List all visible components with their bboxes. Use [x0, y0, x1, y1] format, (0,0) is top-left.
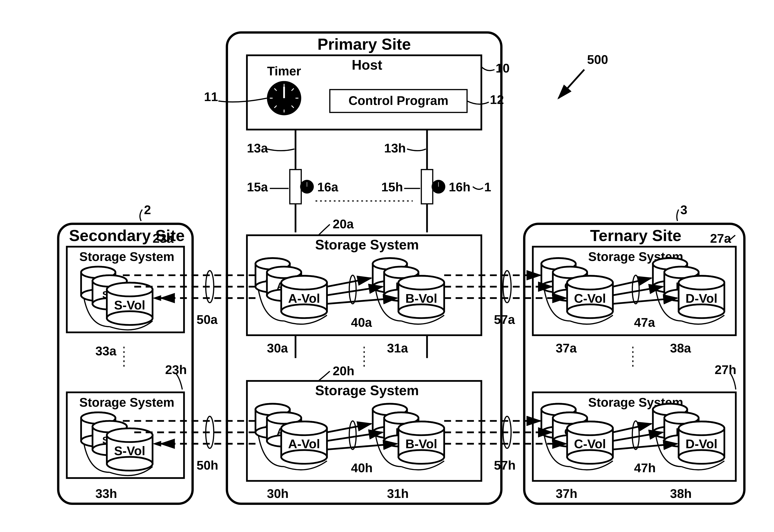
svg-text:D-Vol: D-Vol — [686, 437, 718, 451]
svg-text:10: 10 — [496, 61, 510, 75]
svg-point-115 — [398, 304, 444, 318]
svg-text:S-Vol: S-Vol — [114, 298, 145, 312]
svg-text:57h: 57h — [494, 458, 515, 472]
svg-point-210 — [679, 450, 724, 464]
svg-point-116 — [398, 276, 444, 290]
svg-text:3: 3 — [680, 203, 687, 217]
svg-text:20h: 20h — [333, 364, 354, 378]
svg-rect-20 — [290, 169, 301, 204]
svg-text:Storage System: Storage System — [79, 250, 174, 264]
svg-line-1 — [558, 70, 584, 98]
svg-text:47h: 47h — [634, 461, 656, 475]
svg-text:37a: 37a — [555, 341, 577, 355]
svg-text:31h: 31h — [387, 487, 409, 501]
svg-text:50h: 50h — [197, 458, 218, 472]
svg-text:13a: 13a — [247, 141, 268, 155]
svg-text:C-Vol: C-Vol — [574, 437, 606, 451]
svg-text:33h: 33h — [95, 487, 117, 501]
svg-text:13h: 13h — [384, 141, 406, 155]
svg-rect-21 — [421, 169, 433, 204]
svg-text:27h: 27h — [715, 363, 736, 377]
svg-text:A-Vol: A-Vol — [288, 437, 320, 451]
svg-text:30h: 30h — [267, 487, 289, 501]
svg-point-180 — [679, 276, 724, 290]
svg-text:38h: 38h — [670, 487, 692, 501]
svg-text:A-Vol: A-Vol — [288, 291, 320, 305]
svg-text:12: 12 — [490, 93, 504, 107]
timer-label: Timer — [267, 64, 301, 78]
diagram-svg: 500 Primary Site Host Timer Control Prog… — [10, 10, 764, 524]
svg-text:20a: 20a — [333, 217, 354, 231]
svg-text:57a: 57a — [494, 313, 515, 326]
svg-text:27a: 27a — [710, 231, 731, 245]
svg-point-100 — [281, 276, 327, 290]
svg-point-84 — [107, 428, 152, 442]
svg-text:16a: 16a — [317, 180, 338, 194]
svg-text:23a: 23a — [152, 231, 174, 245]
svg-text:31a: 31a — [387, 341, 408, 355]
svg-text:C-Vol: C-Vol — [574, 291, 606, 305]
svg-text:Storage System: Storage System — [315, 383, 419, 398]
svg-text:38a: 38a — [670, 341, 691, 355]
ternary-title: Ternary Site — [590, 227, 682, 244]
svg-text:30a: 30a — [267, 341, 288, 355]
fig-number: 500 — [587, 53, 608, 67]
svg-point-196 — [567, 422, 613, 435]
svg-text:40h: 40h — [351, 461, 373, 475]
svg-text:40a: 40a — [351, 315, 372, 329]
svg-point-147 — [398, 422, 444, 435]
svg-point-83 — [107, 457, 152, 471]
svg-point-99 — [281, 304, 327, 318]
svg-text:Storage System: Storage System — [315, 237, 419, 252]
svg-text:15a: 15a — [247, 180, 268, 194]
svg-text:33a: 33a — [95, 344, 116, 358]
svg-point-179 — [679, 304, 724, 318]
svg-point-146 — [398, 450, 444, 464]
svg-point-68 — [107, 283, 152, 296]
svg-text:47a: 47a — [634, 315, 655, 329]
svg-text:S-Vol: S-Vol — [114, 444, 145, 458]
svg-point-132 — [281, 422, 327, 435]
primary-title: Primary Site — [317, 35, 411, 53]
svg-text:D-Vol: D-Vol — [686, 291, 718, 305]
svg-text:23h: 23h — [165, 363, 187, 377]
svg-text:Storage System: Storage System — [79, 395, 174, 409]
svg-point-211 — [679, 422, 724, 435]
svg-text:16h: 16h — [449, 180, 470, 194]
svg-point-163 — [567, 304, 613, 318]
control-program-label: Control Program — [348, 94, 448, 108]
svg-text:1: 1 — [484, 180, 491, 194]
svg-text:B-Vol: B-Vol — [405, 437, 437, 451]
svg-text:50a: 50a — [197, 313, 218, 326]
svg-text:11: 11 — [204, 90, 218, 104]
svg-text:15h: 15h — [381, 180, 403, 194]
host-label: Host — [352, 57, 382, 73]
svg-text:37h: 37h — [555, 487, 577, 501]
svg-point-67 — [107, 311, 152, 325]
svg-point-164 — [567, 276, 613, 290]
svg-text:2: 2 — [144, 203, 151, 217]
svg-point-131 — [281, 450, 327, 464]
svg-point-195 — [567, 450, 613, 464]
svg-text:B-Vol: B-Vol — [405, 291, 437, 305]
